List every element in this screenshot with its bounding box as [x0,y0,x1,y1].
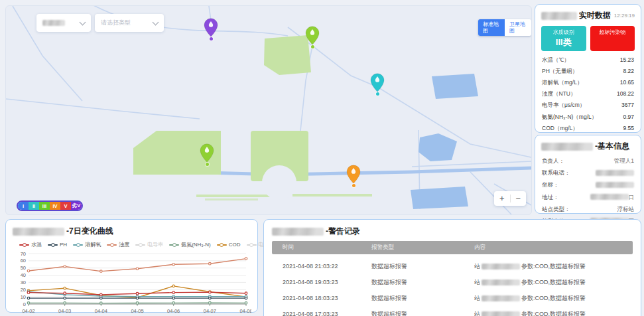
alert-content: 站参数:COD,数据超标报警 [474,262,633,271]
alert-content: 站参数:COD,数据超标报警 [474,278,633,287]
legend-label: COD [229,242,241,248]
svg-text:60: 60 [21,258,26,264]
chart-legend: 水温PH溶解氧浊度电导率氨氮(NH₃-N)COD电量 [19,241,251,248]
map-layer-toggle: 标准地图卫星地图 [478,19,531,36]
alert-time: 2021-04-08 18:03:23 [272,295,371,301]
chart-legend-item[interactable]: COD [217,242,241,248]
svg-text:20: 20 [21,287,26,293]
info-value: 浮标站 [617,206,635,214]
alert-time: 2021-04-08 17:03:23 [272,311,371,316]
info-title: -基本信息 [541,141,635,152]
station-name-redacted [541,143,593,151]
pin-icon [305,26,320,46]
alerts-title: -警告记录 [272,226,633,237]
info-title-text: -基本信息 [595,141,629,152]
legend-marker-icon [48,244,58,246]
svg-text:04-05: 04-05 [131,308,143,314]
info-label: 负责人： [542,157,564,165]
alert-station-redacted [482,295,520,301]
realtime-title: 实时数据 12:29:19 [541,10,635,21]
param-value: 10.65 [620,79,634,87]
param-value: 3677 [621,102,634,110]
quality-level-value: III类 [541,37,586,48]
legend-label: 溶解氧 [85,241,101,248]
chart-legend-item[interactable]: 溶解氧 [73,241,101,248]
param-row: PH（无量纲）8.22 [541,66,635,77]
realtime-panel: 实时数据 12:29:19 水质级别 III类 超标污染物 水温（℃）15.23… [535,4,641,133]
alert-type: 数据超标报警 [371,278,474,287]
map[interactable]: 请选择类型 标准地图卫星地图 IIIIIIIVV劣V + − [5,5,532,215]
chart-legend-item[interactable]: 浊度 [107,241,129,248]
param-value: 15.23 [620,56,634,64]
alert-type: 数据超标报警 [371,310,474,316]
info-value: 管理人1 [614,157,634,165]
chart-legend-item[interactable]: 电导率 [135,241,163,248]
alert-content-prefix: 站 [474,310,480,316]
chart-legend-item[interactable]: 水温 [19,241,42,248]
info-value [596,170,634,177]
param-row: 氨氮(NH₃-N)（mg/L）0.97 [541,112,635,123]
alert-content-suffix: 参数:COD,数据超标报警 [521,278,586,287]
station-name-redacted [272,228,324,236]
alert-content-prefix: 站 [474,262,480,271]
column-header-type: 报警类型 [371,244,474,252]
alerts-title-text: -警告记录 [326,226,360,237]
map-lakes [411,74,478,209]
station-name-redacted [541,12,577,20]
info-value-suffix: 口 [629,194,635,200]
alert-content-prefix: 站 [474,294,480,303]
legend-marker-icon [169,244,179,246]
water-quality-dashboard: { "map": { "station_select": { "value_re… [0,0,644,316]
alert-content-prefix: 站 [474,278,480,287]
station-select[interactable] [36,14,91,32]
info-row: 地址：口 [541,192,635,204]
info-value: 口 [590,194,635,202]
alerts-table-header: 时间 报警类型 内容 [272,241,633,254]
map-pin-dot [210,37,213,40]
quality-legend-segment: 劣V [71,202,82,210]
zoom-out-button[interactable]: − [511,192,527,205]
column-header-content: 内容 [474,244,633,252]
chevron-down-icon [153,19,159,25]
alert-station-redacted [482,311,520,316]
exceed-pollutant-badge: 超标污染物 [590,26,635,51]
realtime-params: 水温（℃）15.23PH（无量纲）8.22溶解氧（mg/L）10.65浊度（NT… [541,54,635,146]
svg-text:40: 40 [21,272,26,278]
info-panel: -基本信息 负责人：管理人1联系电话：坐标：地址：口站点类型：浮标站检测水体：区… [535,135,641,214]
param-row: 浊度（NTU）108.22 [541,89,635,100]
station-select-value-redacted [42,20,65,26]
chart-legend-item[interactable]: PH [48,242,67,248]
param-label: 溶解氧（mg/L） [542,79,582,87]
info-label: 站点类型： [542,206,570,214]
chart-title-text: -7日变化曲线 [66,226,113,237]
legend-marker-icon [73,244,83,246]
pin-icon [200,143,214,163]
alerts-table-body: 2021-04-08 21:03:22数据超标报警站参数:COD,数据超标报警2… [272,258,633,316]
info-row: 负责人：管理人1 [541,155,635,167]
alert-row: 2021-04-08 17:03:23数据超标报警站参数:COD,数据超标报警 [272,306,633,316]
map-layer-button[interactable]: 卫星地图 [505,19,531,36]
map-layer-button[interactable]: 标准地图 [478,19,505,36]
param-label: PH（无量纲） [542,68,578,76]
info-value-redacted [596,182,634,188]
map-zoom-controls: + − [494,191,526,206]
svg-text:30: 30 [21,279,26,285]
param-label: COD（mg/L） [542,125,578,133]
param-label: 电导率（μs/cm） [542,102,585,110]
exceed-pollutant-label: 超标污染物 [590,26,635,37]
svg-text:04-07: 04-07 [204,308,216,314]
info-row: 站点类型：浮标站 [541,204,635,216]
legend-label: PH [60,242,67,248]
map-pin-dot [376,92,379,96]
legend-label: 氨氮(NH₃-N) [181,241,211,248]
zoom-in-button[interactable]: + [494,192,510,205]
type-select[interactable]: 请选择类型 [95,14,164,32]
pin-icon [204,18,218,38]
alert-station-redacted [482,264,520,270]
chart-legend-item[interactable]: 氨氮(NH₃-N) [169,241,211,248]
alert-time: 2021-04-08 21:03:22 [272,263,371,270]
info-label: 联系电话： [542,169,570,177]
quality-legend-segment: I [18,202,29,210]
realtime-title-text: 实时数据 [579,10,611,21]
realtime-time: 12:29:19 [614,13,635,19]
